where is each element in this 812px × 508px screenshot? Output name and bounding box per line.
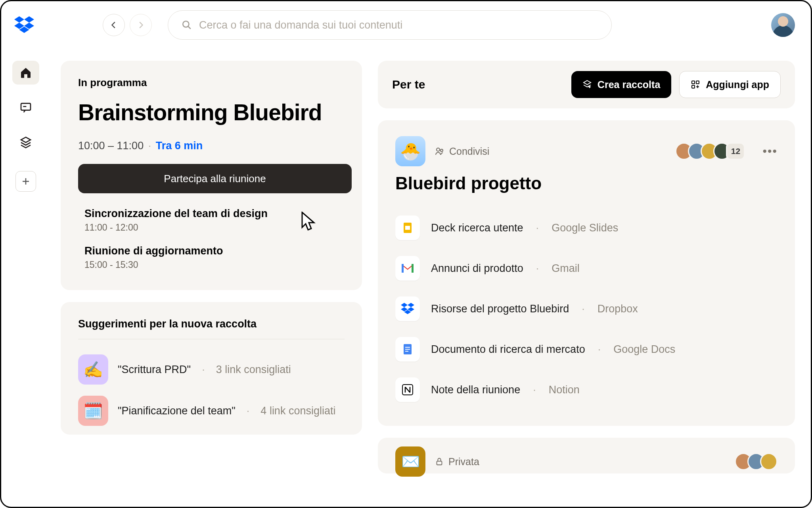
file-name: Note della riunione [431,384,520,396]
svg-point-0 [183,21,189,27]
project-more-button[interactable]: ••• [762,144,778,158]
file-row[interactable]: Deck ricerca utente· Google Slides [395,208,778,248]
svg-rect-2 [692,81,695,84]
upcoming-label: In programma [78,77,345,89]
gmail-icon [395,256,420,281]
suggestion-meta: 4 link consigliati [260,405,335,417]
svg-rect-8 [405,226,410,230]
meeting-title: Brainstorming Bluebird [78,99,345,125]
svg-rect-14 [437,461,442,465]
search-input[interactable] [199,19,598,31]
svg-point-6 [440,149,443,152]
upcoming-item-title: Sincronizzazione del team di design [84,208,338,220]
file-name: Deck ricerca utente [431,222,523,234]
svg-rect-12 [405,351,408,352]
upcoming-item[interactable]: Riunione di aggiornamento 15:00 - 15:30 [84,245,338,270]
file-source: Gmail [552,262,580,275]
svg-point-5 [437,148,440,151]
add-app-label: Aggiungi app [706,79,769,90]
dropbox-logo[interactable] [13,14,35,36]
upcoming-card: In programma Brainstorming Bluebird 10:0… [61,61,362,290]
lock-icon [435,457,444,466]
project-shared-label: Condivisi [435,146,489,157]
project-card: 🐣 Condivisi 12 ••• Bluebird progetto [378,120,795,426]
suggestion-name: "Pianificazione del team" [118,405,236,417]
nav-forward-button [130,14,152,36]
rail-home[interactable] [12,61,39,85]
file-row[interactable]: Note della riunione· Notion [395,369,778,410]
file-source: Notion [549,384,580,396]
join-meeting-button[interactable]: Partecipa alla riunione [78,164,352,193]
svg-rect-3 [696,81,699,84]
search-bar[interactable] [168,10,612,40]
member-avatar [760,453,778,470]
file-row[interactable]: Documento di ricerca di mercato· Google … [395,329,778,369]
search-icon [182,20,192,30]
project-avatars[interactable]: 12 [680,142,745,160]
file-source: Google Slides [552,222,618,234]
nav-back-button[interactable] [103,14,125,36]
rail-add-button[interactable] [15,171,36,192]
suggestion-item[interactable]: ✍️ "Scrittura PRD" · 3 link consigliati [78,349,345,390]
add-app-button[interactable]: Aggiungi app [679,71,781,98]
file-name: Documento di ricerca di mercato [431,343,585,356]
create-collection-label: Crea raccolta [598,79,660,90]
member-count-badge: 12 [726,142,745,160]
suggestion-emoji-icon: 🗓️ [78,396,108,426]
upcoming-item-time: 15:00 - 15:30 [84,260,338,270]
svg-rect-4 [692,85,695,88]
user-avatar[interactable] [771,13,795,37]
upcoming-item[interactable]: Sincronizzazione del team di design 11:0… [84,208,338,233]
suggestion-name: "Scrittura PRD" [118,364,191,376]
project-card-peek[interactable]: ✉️ Privata [378,438,795,473]
svg-rect-11 [405,349,410,350]
suggestion-emoji-icon: ✍️ [78,354,108,385]
project-emoji-icon: ✉️ [395,446,425,477]
upcoming-item-time: 11:00 - 12:00 [84,222,338,233]
suggestions-card: Suggerimenti per la nuova raccolta ✍️ "S… [61,302,362,435]
notion-icon [395,377,420,402]
create-collection-button[interactable]: Crea raccolta [571,71,671,98]
suggestion-meta: 3 link consigliati [216,364,291,376]
svg-rect-10 [405,347,410,348]
file-name: Risorse del progetto Bluebird [431,303,569,315]
file-name: Annunci di prodotto [431,262,523,275]
slides-icon [395,216,420,240]
suggestions-heading: Suggerimenti per la nuova raccolta [78,318,345,339]
meeting-time: 10:00 – 11:00 [78,140,144,152]
file-row[interactable]: Risorse del progetto Bluebird· Dropbox [395,289,778,329]
people-icon [435,146,444,156]
rail-chat[interactable] [12,96,39,119]
project-emoji-icon: 🐣 [395,136,425,166]
meeting-countdown: Tra 6 min [156,140,203,152]
project-shared-label: Privata [435,456,479,468]
file-source: Google Docs [613,343,675,356]
docs-icon [395,337,420,362]
for-you-header: Per te Crea raccolta Aggiungi app [378,61,795,108]
for-you-heading: Per te [392,78,563,91]
upcoming-item-title: Riunione di aggiornamento [84,245,338,257]
file-source: Dropbox [598,303,638,315]
suggestion-item[interactable]: 🗓️ "Pianificazione del team" · 4 link co… [78,390,345,431]
apps-plus-icon [691,80,700,89]
project-title: Bluebird progetto [395,173,778,193]
rail-stacks[interactable] [12,131,39,154]
stack-plus-icon [582,80,592,89]
dropbox-icon [395,296,420,321]
meeting-time-row: 10:00 – 11:00 · Tra 6 min [78,140,345,152]
file-row[interactable]: Annunci di prodotto· Gmail [395,248,778,289]
